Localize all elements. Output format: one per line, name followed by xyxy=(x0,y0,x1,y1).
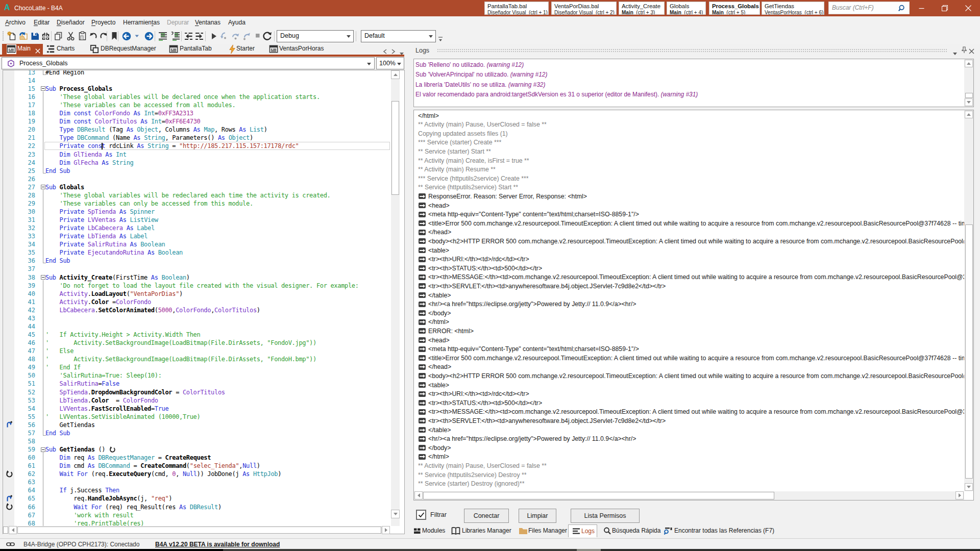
menu-depurar[interactable]: Depurar xyxy=(167,19,189,26)
toolbar-forward-button[interactable] xyxy=(144,31,154,41)
line-number: 40 xyxy=(18,290,35,298)
quick-tab-VentaPorDias.bal[interactable]: VentaPorDias.balDiseñador Visual (ctrl +… xyxy=(551,2,617,15)
editor-hscroll-thumb[interactable] xyxy=(17,527,381,534)
quick-tab-GetTiendas[interactable]: GetTiendasVentasPorHoras (ctrl + 6) xyxy=(762,2,824,15)
scroll-down-button[interactable] xyxy=(965,483,973,491)
tab-charts[interactable]: Charts xyxy=(44,44,81,55)
button-lista-permisos[interactable]: Lista Permisos xyxy=(571,509,640,523)
save-icon xyxy=(30,31,40,41)
panel-pin-button[interactable] xyxy=(961,46,967,56)
code-editor[interactable]: 13#End Region1415Sub Process_Globals16 '… xyxy=(3,70,405,534)
fold-collapse-box[interactable] xyxy=(41,86,45,91)
bottom-tab-libraries-manager[interactable]: Libraries Manager xyxy=(449,524,514,537)
quick-tab-Globals[interactable]: GlobalsMain (ctrl + 4) xyxy=(667,2,706,15)
bottom-tab-búsqueda-rápida[interactable]: Búsqueda Rápida xyxy=(597,524,663,537)
logs-vertical-scrollbar[interactable] xyxy=(964,110,973,491)
toolbar-caret-down-button[interactable] xyxy=(134,31,144,41)
scroll-down-button[interactable] xyxy=(391,510,400,518)
splitter-grip[interactable] xyxy=(3,527,8,534)
tab-ventasporhoras[interactable]: VentasPorHoras xyxy=(267,44,327,55)
build-configuration-combo[interactable]: Debug xyxy=(277,30,354,42)
toolbar-back-button[interactable] xyxy=(121,31,132,41)
filter-checkbox[interactable] xyxy=(416,510,426,520)
line-number: 36 xyxy=(18,257,35,265)
menu-ventanas[interactable]: Ventanas xyxy=(195,19,220,26)
tab-close-button[interactable] xyxy=(35,46,40,52)
bottom-tab-modules[interactable]: Modules xyxy=(410,524,449,537)
button-conectar[interactable]: Conectar xyxy=(464,509,509,523)
function-selector-combo[interactable]: Process_Globals xyxy=(2,57,375,69)
menu-proyecto[interactable]: Proyecto xyxy=(91,19,115,26)
toolbar-indent-format-sel-button[interactable] xyxy=(170,31,181,41)
tab-starter[interactable]: Starter xyxy=(226,44,259,55)
quick-tab-PantallaTab.bal[interactable]: PantallaTab.balDiseñador Visual (ctrl + … xyxy=(484,2,549,15)
close-icon xyxy=(969,48,974,54)
editor-vscroll-thumb[interactable] xyxy=(391,101,399,195)
editor-vertical-scrollbar[interactable] xyxy=(391,70,400,526)
line-number: 54 xyxy=(18,405,35,413)
toolbar-package-button[interactable] xyxy=(41,31,51,41)
bottom-tab-encontrar-todas-las-referencias-(f7)[interactable]: Encontrar todas las Referencias (F7) xyxy=(660,524,778,537)
tab-main[interactable]: Main xyxy=(2,44,43,55)
menu-diseñador[interactable]: Diseñador xyxy=(57,19,85,26)
build-profile-combo[interactable]: Default xyxy=(361,30,436,42)
editor-horizontal-scrollbar[interactable] xyxy=(3,526,390,534)
toolbar-open-file-button[interactable] xyxy=(19,31,29,41)
update-available-link[interactable]: B4A v12.20 BETA is available for downloa… xyxy=(155,541,280,548)
panel-close-button[interactable] xyxy=(969,47,974,56)
panel-menu-button[interactable] xyxy=(952,48,958,58)
warnings-vertical-scrollbar[interactable] xyxy=(964,59,973,107)
toolbar-outdent-block-button[interactable] xyxy=(184,31,194,41)
toolbar-copy-button[interactable] xyxy=(54,31,64,41)
search-input[interactable]: Buscar (Ctrl+F) xyxy=(828,2,910,14)
scroll-right-button[interactable] xyxy=(382,526,390,534)
toolbar-new-file-button[interactable] xyxy=(7,31,17,41)
scroll-left-button[interactable] xyxy=(414,491,423,499)
bottom-tab-logs[interactable]: Logs xyxy=(568,524,597,537)
scroll-up-button[interactable] xyxy=(391,70,400,79)
toolbar-overflow-button[interactable] xyxy=(438,35,443,44)
toolbar-step-over-button[interactable] xyxy=(231,31,241,41)
logs-hscroll-thumb[interactable] xyxy=(423,492,774,499)
menu-archivo[interactable]: Archivo xyxy=(5,19,26,26)
scroll-up-button[interactable] xyxy=(965,60,973,67)
bottom-tab-files-manager[interactable]: Files Manager xyxy=(514,524,568,537)
restore-button[interactable] xyxy=(933,0,957,16)
code-line: 24 Dim GlFecha As String xyxy=(3,159,390,167)
toolbar-undo-button[interactable] xyxy=(89,31,99,41)
toolbar-run-button[interactable] xyxy=(209,31,219,41)
scroll-right-button[interactable] xyxy=(955,491,964,499)
fold-collapse-box[interactable] xyxy=(41,447,45,452)
log-output-list[interactable]: </html>** Activity (main) Pause, UserClo… xyxy=(413,110,974,500)
quick-tab-Activity_Create[interactable]: Activity_CreateMain (ctrl + 3) xyxy=(619,2,665,15)
scroll-left-button[interactable] xyxy=(9,526,17,534)
fold-collapse-box[interactable] xyxy=(41,275,45,280)
code-text: Type DBCommand (Name As String, Paramete… xyxy=(45,134,253,142)
tab-pantallatab[interactable]: PantallaTab xyxy=(167,44,215,55)
warnings-vscroll-thumb[interactable] xyxy=(965,93,973,98)
scroll-up-button[interactable] xyxy=(965,111,973,118)
toolbar-indent-format-button[interactable] xyxy=(158,31,168,41)
close-button[interactable] xyxy=(957,0,980,16)
arrow-up-icon xyxy=(967,113,971,116)
menu-ayuda[interactable]: Ayuda xyxy=(228,19,246,26)
logs-vscroll-thumb[interactable] xyxy=(965,224,973,479)
zoom-level-combo[interactable]: 100% xyxy=(376,57,404,69)
logs-horizontal-scrollbar[interactable] xyxy=(414,491,964,500)
fold-collapse-box[interactable] xyxy=(41,185,45,189)
toolbar-step-into-button[interactable] xyxy=(218,31,229,41)
toolbar-cut-button[interactable] xyxy=(66,31,76,41)
toolbar-step-out-button[interactable] xyxy=(242,31,252,41)
minimize-button[interactable] xyxy=(910,0,933,16)
menu-editar[interactable]: Editar xyxy=(34,19,50,26)
toolbar-rebuild-button[interactable] xyxy=(262,31,273,41)
quick-tab-Process_Globals[interactable]: Process_GlobalsMain (ctrl + 5) xyxy=(709,2,760,15)
tab-dbrequestmanager[interactable]: DBRequestManager xyxy=(88,44,159,55)
scroll-down-button[interactable] xyxy=(965,98,973,106)
warnings-list[interactable]: Sub 'Relleno' no utilizado. (warning #12… xyxy=(413,59,974,107)
toolbar-save-button[interactable] xyxy=(30,31,40,41)
toolbar-paste-button[interactable] xyxy=(78,31,88,41)
toolbar-indent-block-button[interactable] xyxy=(194,31,204,41)
button-limpiar[interactable]: Limpiar xyxy=(519,509,556,523)
menu-herramientas[interactable]: Herramientas xyxy=(123,19,160,26)
